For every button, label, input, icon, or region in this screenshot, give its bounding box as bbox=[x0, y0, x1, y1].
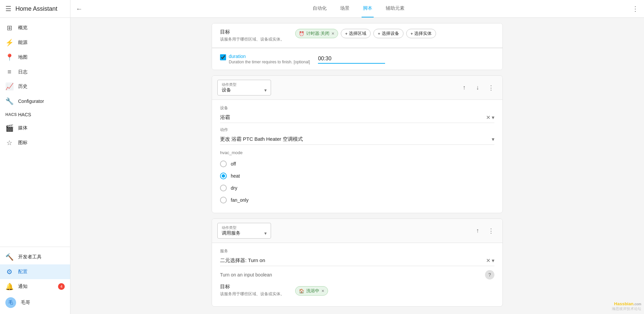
target-controls: ⏰ 计时器:关闭 ✕ + 选择区域 + 选择设备 bbox=[295, 29, 436, 38]
sidebar-item-hacs[interactable]: HACS HACS bbox=[0, 109, 70, 121]
sidebar-item-map[interactable]: 📍 地图 bbox=[0, 50, 70, 65]
action-up-button-2[interactable]: ↑ bbox=[472, 225, 484, 237]
sidebar-item-overview[interactable]: ⊞ 概览 bbox=[0, 20, 70, 35]
action-body-1: 设备 浴霸 ✕ ▾ 动作 更改 浴霸 PTC Bath Heater 空调模式 … bbox=[212, 100, 502, 213]
action-type-select-2[interactable]: 动作类型 调用服务 ▾ bbox=[217, 223, 271, 239]
duration-name: duration bbox=[229, 54, 310, 59]
radio-item-off[interactable]: off bbox=[220, 158, 494, 170]
sidebar-item-label: 图标 bbox=[18, 140, 28, 146]
add-icon: + bbox=[411, 31, 413, 36]
devtools-icon: 🔨 bbox=[5, 253, 13, 261]
action-header-1: 动作类型 设备 ▾ ↑ ↓ ⋮ bbox=[212, 76, 502, 100]
radio-item-heat[interactable]: heat bbox=[220, 170, 494, 182]
sidebar-item-label: HACS bbox=[18, 112, 31, 117]
action-type-value-1: 设备 bbox=[222, 87, 231, 93]
history-icon: 📈 bbox=[5, 82, 13, 90]
target-label: 目标 bbox=[220, 29, 287, 35]
more-button[interactable]: ⋮ bbox=[632, 5, 639, 13]
action-more-button-1[interactable]: ⋮ bbox=[485, 82, 497, 94]
topbar: ← 自动化 场景 脚本 辅助元素 ⋮ bbox=[70, 0, 644, 18]
device-clear-icon[interactable]: ✕ bbox=[486, 114, 490, 121]
action-down-button-1[interactable]: ↓ bbox=[472, 82, 484, 94]
sidebar-item-label: Configurator bbox=[18, 99, 44, 104]
action-more-button-2[interactable]: ⋮ bbox=[485, 225, 497, 237]
log-icon: ≡ bbox=[5, 68, 13, 76]
tab-helper[interactable]: 辅助元素 bbox=[384, 0, 406, 17]
duration-input[interactable] bbox=[318, 54, 385, 64]
target-label-group-2: 目标 该服务用于哪些区域、设备或实体。 bbox=[220, 284, 287, 297]
icons-icon: ☆ bbox=[5, 139, 13, 147]
sidebar-item-label: 毛哥 bbox=[21, 300, 30, 306]
sidebar-item-label: 配置 bbox=[18, 269, 28, 275]
content-inner: 目标 该服务用于哪些区域、设备或实体。 ⏰ 计时器:关闭 ✕ + 选择区域 bbox=[206, 18, 508, 314]
dropdown-chevron-2: ▾ bbox=[264, 231, 267, 236]
help-icon[interactable]: ? bbox=[485, 270, 494, 279]
action-up-button-1[interactable]: ↑ bbox=[458, 82, 470, 94]
sidebar-item-configurator[interactable]: 🔧 Configurator bbox=[0, 94, 70, 109]
radio-label-off: off bbox=[231, 161, 236, 167]
app-title: Home Assistant bbox=[15, 5, 57, 12]
menu-icon[interactable]: ☰ bbox=[5, 5, 11, 13]
target-controls-2: 🏠 洗浴中 ✕ bbox=[295, 284, 328, 298]
wash-chip-label: 洗浴中 bbox=[306, 288, 319, 294]
sidebar-item-label: 概览 bbox=[18, 25, 28, 31]
back-button[interactable]: ← bbox=[76, 5, 83, 13]
service-field-icons: ✕ ▾ bbox=[486, 257, 494, 264]
radio-item-dry[interactable]: dry bbox=[220, 182, 494, 194]
action-field-value: 更改 浴霸 PTC Bath Heater 空调模式 bbox=[220, 136, 492, 142]
target-label-2: 目标 bbox=[220, 284, 287, 290]
duration-section: duration Duration the timer requires to … bbox=[212, 48, 502, 70]
action-dropdown-icon[interactable]: ▾ bbox=[492, 136, 494, 142]
action-type-select-1[interactable]: 动作类型 设备 ▾ bbox=[217, 80, 271, 96]
device-field-label: 设备 bbox=[220, 105, 494, 111]
duration-checkbox[interactable] bbox=[220, 54, 226, 60]
radio-circle-off bbox=[220, 161, 227, 167]
add-area-label: 选择区域 bbox=[349, 30, 366, 37]
sidebar-item-media[interactable]: 🎬 媒体 bbox=[0, 121, 70, 135]
device-dropdown-icon[interactable]: ▾ bbox=[492, 114, 494, 121]
wash-chip[interactable]: 🏠 洗浴中 ✕ bbox=[295, 286, 328, 296]
hacs-icon: HACS bbox=[5, 112, 13, 117]
target-label-group: 目标 该服务用于哪些区域、设备或实体。 bbox=[220, 29, 287, 42]
sidebar-item-config[interactable]: ⚙ 配置 bbox=[0, 264, 70, 279]
main: ← 自动化 场景 脚本 辅助元素 ⋮ 目标 该服务用于哪些区域、设备或实体。 bbox=[70, 0, 644, 314]
radio-label-fan-only: fan_only bbox=[231, 197, 249, 203]
sidebar-item-notifications[interactable]: 🔔 通知 4 bbox=[0, 279, 70, 294]
tab-script[interactable]: 脚本 bbox=[362, 0, 374, 17]
avatar: 毛 bbox=[5, 297, 16, 308]
sidebar-item-history[interactable]: 📈 历史 bbox=[0, 79, 70, 94]
add-icon: + bbox=[345, 31, 348, 36]
target-section-2: 目标 该服务用于哪些区域、设备或实体。 🏠 洗浴中 ✕ bbox=[220, 284, 494, 298]
radio-label-dry: dry bbox=[231, 185, 237, 191]
service-clear-icon[interactable]: ✕ bbox=[486, 257, 490, 264]
add-entity-button[interactable]: + 选择实体 bbox=[406, 29, 436, 38]
sidebar-item-label: 通知 bbox=[18, 284, 28, 290]
timer-chip-close[interactable]: ✕ bbox=[331, 32, 334, 36]
sidebar-item-label: 日志 bbox=[18, 69, 28, 75]
media-icon: 🎬 bbox=[5, 124, 13, 132]
sidebar-item-user[interactable]: 毛 毛哥 bbox=[0, 294, 70, 311]
wash-chip-close[interactable]: ✕ bbox=[321, 289, 324, 293]
add-device-button[interactable]: + 选择设备 bbox=[373, 29, 404, 38]
add-area-button[interactable]: + 选择区域 bbox=[341, 29, 371, 38]
sidebar-item-log[interactable]: ≡ 日志 bbox=[0, 65, 70, 79]
action-type-label-1: 动作类型 bbox=[222, 82, 267, 87]
tab-scene[interactable]: 场景 bbox=[339, 0, 351, 17]
timer-chip[interactable]: ⏰ 计时器:关闭 ✕ bbox=[295, 29, 338, 38]
sidebar: ☰ Home Assistant ⊞ 概览 ⚡ 能源 📍 地图 ≡ 日志 📈 历… bbox=[0, 0, 70, 314]
sidebar-item-label: 能源 bbox=[18, 40, 28, 46]
sidebar-item-label: 历史 bbox=[18, 83, 28, 89]
radio-item-fan-only[interactable]: fan_only bbox=[220, 194, 494, 206]
sidebar-item-energy[interactable]: ⚡ 能源 bbox=[0, 35, 70, 50]
sidebar-item-devtools[interactable]: 🔨 开发者工具 bbox=[0, 250, 70, 264]
sidebar-bottom: 🔨 开发者工具 ⚙ 配置 🔔 通知 4 毛 毛哥 bbox=[0, 247, 70, 314]
device-field-value: 浴霸 bbox=[220, 114, 486, 121]
tab-automation[interactable]: 自动化 bbox=[311, 0, 328, 17]
top-card: 目标 该服务用于哪些区域、设备或实体。 ⏰ 计时器:关闭 ✕ + 选择区域 bbox=[212, 23, 503, 70]
service-desc-text: Turn on an input boolean bbox=[220, 272, 272, 277]
duration-desc: Duration the timer requires to finish. [… bbox=[229, 60, 310, 64]
sidebar-item-icons[interactable]: ☆ 图标 bbox=[0, 135, 70, 150]
service-dropdown-icon[interactable]: ▾ bbox=[492, 257, 494, 264]
hvac-param-label: hvac_mode bbox=[220, 150, 494, 155]
action-field-icons: ▾ bbox=[492, 136, 494, 142]
